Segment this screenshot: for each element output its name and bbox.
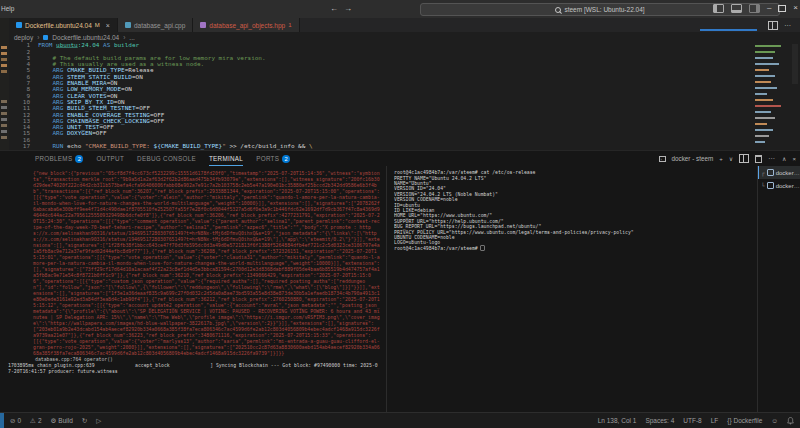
history-nav: ←→ [330,4,358,13]
panel-tab-output[interactable]: OUTPUT [96,151,124,166]
status-item--[interactable]: ☺ [771,417,778,424]
editor-more-actions-icon[interactable]: ⋯ [784,22,792,30]
tab-Dockerfile.ubuntu24.04[interactable]: Dockerfile.ubuntu24.04M× [9,18,118,32]
split-terminal-icon[interactable] [739,154,749,163]
status-left: ⊘0⚠2⚙Build↻▷ [10,413,101,428]
tab-database_api.cpp[interactable]: database_api.cpp [118,18,193,32]
status-item-spaces-4[interactable]: Spaces: 4 [645,417,674,424]
log-sync-line: 1703895ms chain_plugin.cpp:639 accept_bl… [8,362,380,374]
active-terminal-name[interactable]: docker - steem [672,155,714,162]
close-panel-icon[interactable]: × [792,156,796,162]
toggle-secondary-sidebar-icon[interactable] [749,4,760,13]
panel-tab-terminal[interactable]: TERMINAL [209,151,243,166]
breadcrumb-item[interactable]: deploy [14,34,33,41]
container-icon [767,182,774,189]
maximize-button[interactable] [778,5,786,12]
terminal-pane-shell[interactable]: root@4c1ac4984b7a:/var/steem# cat /etc/o… [392,166,756,412]
terminal-area: {"new_block":{"previous":"05cf8d7f4cc673… [0,166,800,412]
line-number: 17 [9,143,38,149]
breadcrumb[interactable]: deploy›Dockerfile.ubuntu24.04›... [14,32,135,42]
status-glyph-icon: ⚙ [51,417,57,425]
tab-label: database_api.cpp [134,22,185,29]
os-release-output: root@4c1ac4984b7a:/var/steem# cat /etc/o… [392,166,756,251]
terminal-instance-list: ┌docker…└docker… [757,166,800,412]
close-tab-icon[interactable]: × [106,22,110,29]
maximize-panel-icon[interactable]: ∧ [782,155,786,162]
tab-modified-marker: M [95,22,100,28]
terminal-pane-log[interactable]: {"new_block":{"previous":"05cf8d7f4cc673… [0,166,380,412]
status-right: Ln 138, Col 1Spaces: 4UTF-8LF{} Dockerfi… [598,413,794,428]
terminal-split-sash[interactable] [386,166,387,412]
docker-file-icon [16,22,22,28]
terminal-icon: › [659,156,666,162]
new-terminal-icon[interactable]: + [719,156,723,162]
split-tree-guide: └ [761,182,765,189]
status-item-ln-138-col-1[interactable]: Ln 138, Col 1 [598,417,637,424]
tab-label: Dockerfile.ubuntu24.04 [25,22,92,29]
status-glyph-icon: ⊘ [10,417,15,425]
cpp-file-icon [125,22,131,28]
bottom-panel: PROBLEMS2OUTPUTDEBUG CONSOLETERMINALPORT… [0,150,800,412]
tab-modified-marker: 1 [288,22,291,28]
status-item--dockerfile[interactable]: {} Dockerfile [727,417,762,424]
status-item-utf-8[interactable]: UTF-8 [683,417,701,424]
panel-tabs: PROBLEMS2OUTPUTDEBUG CONSOLETERMINALPORT… [35,151,290,166]
status-item-Build[interactable]: ⚙Build [51,417,73,425]
split-editor-icon[interactable] [768,21,778,30]
panel-tab-debug-console[interactable]: DEBUG CONSOLE [137,151,196,166]
kill-terminal-icon[interactable] [755,155,762,163]
breadcrumb-separator: › [123,34,125,41]
terminal-list-item[interactable]: ┌docker… [758,166,800,179]
panel-tab-problems[interactable]: PROBLEMS2 [35,151,83,166]
terminal-cursor [481,246,485,251]
close-window-button[interactable]: × [793,2,798,14]
sidebar-sliver [0,18,9,150]
terminal-profile-chevron-icon[interactable]: ∨ [729,155,733,162]
status-item-2[interactable]: ⚠2 [30,417,41,425]
minimize-button[interactable]: – [767,2,771,14]
editor-scrollbar[interactable] [790,42,800,150]
command-center-label: steem [WSL: Ubuntu-22.04] [564,6,644,13]
tab-database_api_objects.hpp[interactable]: database_api_objects.hpp1 [193,18,299,32]
vscode-window: Help ←→ steem [WSL: Ubuntu-22.04] – × Do… [0,0,800,428]
tabbar-scroll-indicator [700,29,757,31]
split-tree-guide: ┌ [761,169,765,176]
back-icon[interactable]: ← [330,4,344,13]
hpp-file-icon [200,22,206,28]
status-glyph-icon: ⚠ [30,417,36,425]
blockchain-json-log: {"new_block":{"previous":"05cf8d7f4cc673… [8,170,380,356]
toggle-panel-icon[interactable] [731,4,742,13]
search-icon [555,7,561,13]
editor-line[interactable]: 17 RUN echo "CMAKE_BUILD_TYPE: ${CMAKE_B… [9,143,752,149]
status-item-↻[interactable]: ↻ [82,417,87,425]
minimap[interactable] [752,42,790,150]
tab-bar-tabs: Dockerfile.ubuntu24.04M×database_api.cpp… [9,18,800,32]
terminal-list-item[interactable]: └docker… [758,179,800,192]
toggle-sidebar-icon[interactable] [713,4,724,13]
forward-icon[interactable]: → [344,4,358,13]
remote-indicator-sliver[interactable] [0,413,4,428]
breadcrumb-item[interactable]: Dockerfile.ubuntu24.04 [52,34,119,41]
breadcrumb-item[interactable]: ... [129,34,134,41]
badge: 2 [282,155,290,163]
editor-code: 1FROM ubuntu:24.04 AS builder2 3 # The d… [9,42,752,149]
editor[interactable]: 1FROM ubuntu:24.04 AS builder2 3 # The d… [9,42,752,150]
status-item-▷[interactable]: ▷ [96,417,101,425]
docker-file-icon [43,35,48,40]
terminal-output-line: root@4c1ac4984b7a:/var/steem# [394,246,756,252]
status-item-0[interactable]: ⊘0 [10,417,21,425]
status-bar: ⊘0⚠2⚙Build↻▷ Ln 138, Col 1Spaces: 4UTF-8… [0,412,800,428]
breadcrumb-separator: › [37,34,39,41]
bell-icon[interactable] [787,417,794,425]
status-item-lf[interactable]: LF [711,417,719,424]
status-glyph-icon: ↻ [82,417,87,425]
panel-more-actions-icon[interactable]: ⋯ [768,155,776,163]
title-bar: Help ←→ steem [WSL: Ubuntu-22.04] – × [0,0,800,18]
panel-tab-ports[interactable]: PORTS2 [256,151,290,166]
status-glyph-icon: ▷ [96,417,101,425]
menu-help[interactable]: Help [1,5,14,12]
badge: 2 [75,155,83,163]
tab-label: database_api_objects.hpp [209,22,285,29]
container-icon [767,169,774,176]
